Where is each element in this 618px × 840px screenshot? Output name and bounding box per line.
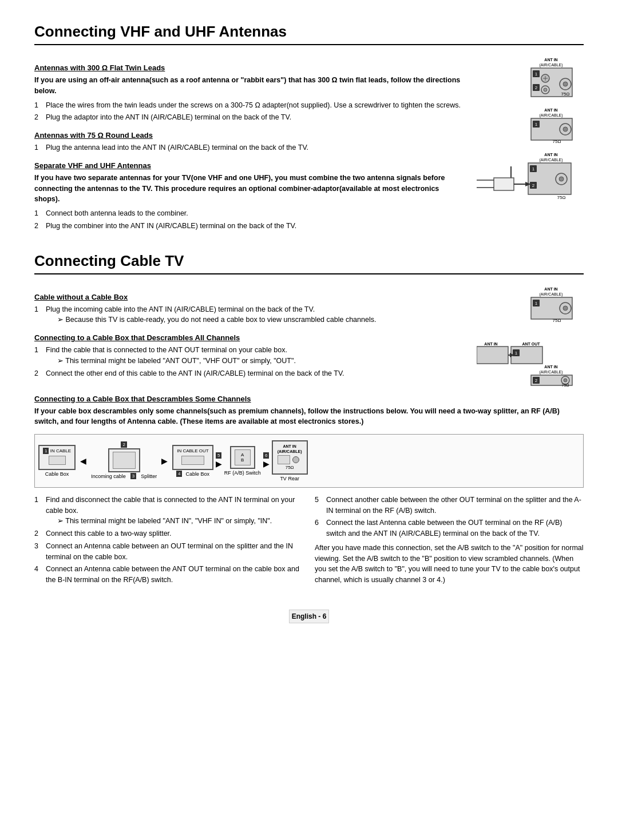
step-num: 1 (34, 345, 42, 367)
svg-text:(AIR/CABLE): (AIR/CABLE) (539, 63, 562, 67)
cable-no-box-section: Cable without a Cable Box 1 Plug the inc… (34, 285, 584, 387)
sub2-steps-list: 1 Plug the antenna lead into the ANT IN … (34, 142, 464, 153)
splitter-rect (108, 448, 140, 472)
antenna-diagram-1: ANT IN (AIR/CABLE) 1 2 75Ω (477, 55, 577, 101)
cable-splitter-diagram: 1 IN CABLE Cable Box ◀ 2 Incoming cab (34, 434, 584, 488)
bottom-steps-right: 5 Connect another cable between the othe… (315, 495, 584, 589)
antennas-diagrams: ANT IN (AIR/CABLE) 1 2 75Ω (469, 55, 584, 202)
arrow-left-1: ◀ (78, 456, 89, 465)
svg-text:1: 1 (514, 351, 517, 356)
cable-box-2-label: Cable Box (185, 471, 209, 477)
list-item: 1 Find the cable that is connected to th… (34, 345, 464, 367)
step-text: Connect this cable to a two-way splitter… (46, 528, 172, 539)
sub3-title: Separate VHF and UHF Antennas (34, 161, 464, 170)
footer-wrap: English - 6 (34, 598, 584, 623)
badge-5: 5 (216, 453, 221, 458)
cable-box-1-rect: 1 IN CABLE (38, 445, 76, 470)
list-item: 3 Connect an Antenna cable between an OU… (34, 541, 303, 563)
step-num: 1 (34, 208, 42, 219)
cable-sub3-bold: If your cable box descrambles only some … (34, 406, 584, 428)
svg-text:(AIR/CABLE): (AIR/CABLE) (539, 158, 562, 162)
step-text: Connect an Antenna cable between the ANT… (46, 564, 303, 586)
list-item: 2 Plug the combiner into the ANT IN (AIR… (34, 221, 464, 232)
antennas-300-content: Antennas with 300 Ω Flat Twin Leads If y… (34, 55, 464, 235)
list-item: 1 Plug the antenna lead into the ANT IN … (34, 142, 464, 153)
step-num: 2 (34, 368, 42, 379)
cable-box-1: 1 IN CABLE Cable Box (38, 445, 76, 477)
step-text: Connect another cable between the other … (326, 495, 584, 516)
sub-item-text: This terminal might be labeled "ANT OUT"… (46, 356, 296, 367)
svg-text:2: 2 (532, 183, 534, 188)
list-item: 6 Connect the last Antenna cable between… (315, 517, 584, 539)
svg-text:75Ω: 75Ω (552, 139, 561, 144)
svg-text:ANT IN: ANT IN (544, 58, 557, 62)
sub3-bold-para: If you have two separate antennas for yo… (34, 173, 464, 205)
section2-divider (34, 273, 584, 274)
cable-box-2: IN CABLE OUT 4 Cable Box (172, 445, 213, 477)
cable-section: Connecting Cable TV Cable without a Cabl… (34, 252, 584, 589)
footer-label: English - 6 (289, 610, 330, 623)
rf-switch: AB RF (A/B) Switch (224, 446, 261, 476)
section1-title: Connecting VHF and UHF Antennas (34, 23, 584, 41)
badge-4: 4 (176, 471, 182, 477)
svg-text:75Ω: 75Ω (561, 383, 569, 387)
cable-sub2-steps: 1 Find the cable that is connected to th… (34, 345, 464, 379)
cable-sub1-title: Cable without a Cable Box (34, 293, 464, 301)
svg-point-14 (563, 82, 568, 86)
svg-text:75Ω: 75Ω (561, 91, 569, 97)
list-item: 1 Find and disconnect the cable that is … (34, 495, 303, 527)
svg-text:1: 1 (532, 166, 534, 172)
step-num: 1 (34, 100, 42, 111)
svg-text:ANT IN: ANT IN (484, 342, 497, 346)
list-item: 2 Connect this cable to a two-way splitt… (34, 528, 303, 539)
step-text: Plug the combiner into the ANT IN (AIR/C… (46, 221, 296, 232)
step-num: 2 (34, 112, 42, 123)
step-text: Plug the adaptor into the ANT IN (AIR/CA… (46, 112, 291, 123)
cable-sub2-title: Connecting to a Cable Box that Descrambl… (34, 333, 464, 342)
sub2-title: Antennas with 75 Ω Round Leads (34, 131, 464, 140)
svg-text:2: 2 (534, 378, 537, 383)
svg-rect-50 (477, 347, 508, 364)
bottom-para: After you have made this connection, set… (315, 543, 584, 586)
svg-text:(AIR/CABLE): (AIR/CABLE) (539, 292, 562, 297)
svg-text:ANT IN: ANT IN (544, 365, 557, 369)
bottom-steps: 1 Find and disconnect the cable that is … (34, 495, 584, 589)
step-text: Find and disconnect the cable that is co… (46, 496, 295, 515)
badge-2: 2 (121, 442, 126, 447)
svg-text:(AIR/CABLE): (AIR/CABLE) (539, 113, 562, 118)
arrow-badge-5: 5 ▶ (216, 453, 222, 468)
list-item: 1 Place the wires from the twin leads un… (34, 100, 464, 111)
badge-1: 1 IN CABLE (43, 448, 71, 454)
svg-point-11 (544, 88, 547, 91)
tv-rear-label: TV Rear (280, 476, 299, 481)
svg-point-38 (559, 177, 564, 181)
tv-rear: ANT IN(AIR/CABLE) 75Ω TV Rear (272, 440, 308, 481)
list-item: 2 Connect the other end of this cable to… (34, 368, 464, 379)
sub1-bold-para: If you are using an off-air antenna(such… (34, 75, 464, 97)
incoming-splitter: 2 Incoming cable 3 Splitter (91, 442, 157, 479)
badge-6: 6 (263, 453, 269, 458)
svg-rect-32 (494, 178, 514, 190)
cable-some-section: Connecting to a Cable Box that Descrambl… (34, 395, 584, 589)
svg-text:ANT IN: ANT IN (544, 108, 557, 112)
sub3-steps-list: 1 Connect both antenna leads to the comb… (34, 208, 464, 232)
cable-sub1-steps: 1 Plug the incoming cable into the ANT I… (34, 304, 464, 326)
svg-text:75Ω: 75Ω (557, 195, 565, 200)
step-text: Plug the incoming cable into the ANT IN … (46, 305, 315, 313)
cable-diagram-1: ANT IN (AIR/CABLE) 1 75Ω (477, 285, 577, 325)
step-text: Connect an Antenna cable between an OUT … (46, 541, 303, 563)
section1-divider (34, 44, 584, 45)
svg-text:ANT IN: ANT IN (544, 153, 557, 157)
svg-point-21 (563, 127, 568, 132)
antenna-diagram-2: ANT IN (AIR/CABLE) 1 75Ω (477, 106, 577, 146)
svg-text:75Ω: 75Ω (552, 318, 561, 323)
svg-text:1: 1 (534, 301, 537, 306)
arrow-right-1: ▶ (159, 456, 170, 465)
cable-no-box-content: Cable without a Cable Box 1 Plug the inc… (34, 285, 464, 383)
arrow-badge-6: 6 ▶ (263, 453, 270, 468)
step-text: Connect the other end of this cable to t… (46, 368, 344, 379)
list-item: 1 Connect both antenna leads to the comb… (34, 208, 464, 219)
list-item: 1 Plug the incoming cable into the ANT I… (34, 304, 464, 326)
antennas-300-section: Antennas with 300 Ω Flat Twin Leads If y… (34, 55, 584, 235)
rf-switch-label: RF (A/B) Switch (224, 470, 261, 476)
